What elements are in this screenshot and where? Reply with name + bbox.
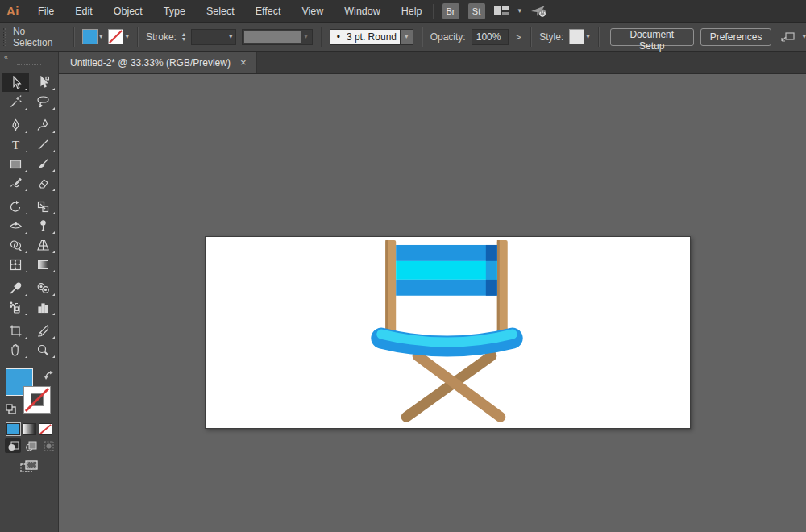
artboard-tool[interactable] xyxy=(2,321,29,340)
stroke-swatch[interactable] xyxy=(23,386,51,414)
illustrator-logo[interactable]: Ai xyxy=(0,4,27,18)
paintbrush-tool[interactable] xyxy=(29,154,56,173)
chevron-down-icon: ▾ xyxy=(405,33,409,40)
canvas[interactable] xyxy=(59,74,806,532)
chevron-down-icon[interactable]: ▾ xyxy=(586,33,590,40)
document-tab[interactable]: Untitled-2* @ 33.33% (RGB/Preview) × xyxy=(59,52,257,73)
shaper-tool[interactable] xyxy=(2,173,29,193)
backrest-shadow-bottom xyxy=(486,280,497,296)
shape-builder-tool[interactable] xyxy=(2,235,29,255)
style-swatch[interactable] xyxy=(569,29,584,44)
drawing-mode-buttons xyxy=(0,438,58,453)
chair-leg-front xyxy=(418,356,501,418)
fill-color-control[interactable]: ▾ xyxy=(82,29,103,44)
backrest-stripe-bottom xyxy=(396,280,497,296)
chevron-down-icon[interactable]: ▾ xyxy=(99,33,103,40)
screen-mode-button[interactable] xyxy=(0,459,58,474)
menu-select[interactable]: Select xyxy=(196,6,245,17)
bridge-button[interactable]: Br xyxy=(442,3,459,19)
gradient-tool[interactable] xyxy=(29,255,56,274)
chevron-down-icon[interactable]: ▾ xyxy=(518,7,522,15)
curvature-tool[interactable] xyxy=(29,115,56,135)
stroke-width-dropdown[interactable]: ▾ xyxy=(191,29,236,45)
pen-tool[interactable] xyxy=(2,115,29,135)
default-fill-stroke-icon[interactable] xyxy=(6,404,16,417)
chevron-down-icon: ▾ xyxy=(301,33,310,40)
brush-field[interactable]: • 3 pt. Round xyxy=(330,29,401,45)
preferences-button[interactable]: Preferences xyxy=(700,28,772,46)
chevron-down-icon[interactable]: ▾ xyxy=(802,33,806,40)
workspace-switcher-icon[interactable] xyxy=(494,6,509,17)
menu-file[interactable]: File xyxy=(27,6,64,17)
mesh-tool[interactable] xyxy=(2,255,29,274)
chevron-down-icon: ▾ xyxy=(226,33,235,40)
selection-tool[interactable] xyxy=(2,73,29,92)
menu-effect[interactable]: Effect xyxy=(245,6,292,17)
chair-seat-highlight xyxy=(381,335,512,343)
type-tool[interactable]: T xyxy=(2,135,29,154)
eraser-tool[interactable] xyxy=(29,173,56,193)
swap-fill-stroke-icon[interactable] xyxy=(44,370,54,383)
eyedropper-tool[interactable] xyxy=(2,278,29,297)
none-button[interactable] xyxy=(39,423,52,435)
symbol-sprayer-tool[interactable] xyxy=(2,297,29,317)
rotate-tool[interactable] xyxy=(2,197,29,216)
draw-inside-button[interactable] xyxy=(40,438,56,453)
gradient-button[interactable] xyxy=(23,423,36,435)
collapse-panel-icon[interactable]: « xyxy=(4,53,7,61)
zoom-tool[interactable] xyxy=(29,340,56,360)
lasso-tool[interactable] xyxy=(29,92,56,111)
blend-tool[interactable] xyxy=(29,278,56,297)
divider xyxy=(422,27,422,47)
style-label: Style: xyxy=(539,31,563,43)
style-control[interactable]: ▾ xyxy=(569,29,590,44)
draw-normal-button[interactable] xyxy=(5,438,21,453)
panel-grip[interactable] xyxy=(17,64,41,69)
menu-edit[interactable]: Edit xyxy=(64,6,103,17)
artboard[interactable] xyxy=(205,236,691,429)
puppet-warp-tool[interactable] xyxy=(29,216,56,235)
color-button[interactable] xyxy=(6,423,20,435)
tab-close-button[interactable]: × xyxy=(240,56,247,69)
magic-wand-tool[interactable] xyxy=(2,92,29,111)
brush-chevron-button[interactable]: ▾ xyxy=(401,29,413,45)
stroke-color-control[interactable]: ▾ xyxy=(108,29,129,44)
brush-dropdown[interactable]: • 3 pt. Round ▾ xyxy=(330,29,413,45)
line-segment-tool[interactable] xyxy=(29,135,56,154)
width-profile-preview xyxy=(244,31,302,43)
width-profile-dropdown[interactable]: ▾ xyxy=(242,29,313,45)
stepper-down-icon[interactable]: ▾ xyxy=(182,37,185,42)
stroke-color-swatch[interactable] xyxy=(108,29,123,44)
hand-tool[interactable] xyxy=(2,340,29,360)
opacity-expand-button[interactable]: > xyxy=(514,32,522,42)
stock-button[interactable]: St xyxy=(468,3,485,19)
align-options-icon[interactable] xyxy=(780,31,796,44)
divider xyxy=(433,4,434,19)
chevron-down-icon[interactable]: ▾ xyxy=(125,33,129,40)
menu-window[interactable]: Window xyxy=(334,6,390,17)
opacity-field[interactable]: 100% xyxy=(472,29,509,45)
divider xyxy=(321,27,322,47)
width-tool[interactable] xyxy=(2,216,29,235)
fill-color-swatch[interactable] xyxy=(82,29,98,44)
menu-type[interactable]: Type xyxy=(153,6,196,17)
divider xyxy=(598,27,599,47)
rectangle-tool[interactable] xyxy=(2,154,29,173)
stroke-width-stepper[interactable]: ▴ ▾ xyxy=(182,32,185,42)
slice-tool[interactable] xyxy=(29,321,56,340)
director-chair-artwork xyxy=(206,237,690,429)
draw-behind-button[interactable] xyxy=(23,438,39,453)
perspective-grid-tool[interactable] xyxy=(29,235,56,255)
panel-grip[interactable] xyxy=(3,28,6,46)
menu-object[interactable]: Object xyxy=(103,6,153,17)
menu-view[interactable]: View xyxy=(291,6,334,17)
column-graph-tool[interactable] xyxy=(29,297,56,317)
backrest-shadow-middle xyxy=(486,261,497,280)
menu-help[interactable]: Help xyxy=(391,6,433,17)
direct-selection-tool[interactable] xyxy=(29,73,56,92)
fill-stroke-controls xyxy=(4,368,54,417)
document-setup-button[interactable]: Document Setup xyxy=(610,28,694,46)
share-icon[interactable] xyxy=(530,4,548,19)
divider xyxy=(137,27,138,47)
scale-tool[interactable] xyxy=(29,197,56,216)
